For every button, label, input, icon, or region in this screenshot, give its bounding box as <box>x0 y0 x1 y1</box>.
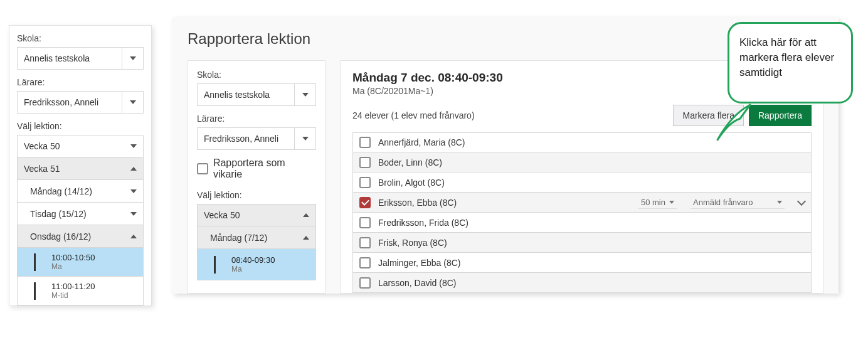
substitute-checkbox[interactable] <box>197 163 208 174</box>
substitute-checkbox-row[interactable]: Rapportera som vikarie <box>197 157 316 180</box>
day-label: Tisdag (15/12) <box>30 209 130 219</box>
student-name: Larsson, David (8C) <box>378 278 805 288</box>
week-item[interactable]: Vecka 50 <box>17 135 144 157</box>
chevron-down-icon <box>669 201 674 204</box>
lesson-subject: M-tid <box>51 291 95 300</box>
student-checkbox[interactable] <box>359 217 371 228</box>
teacher-select[interactable]: Fredriksson, Anneli <box>197 127 316 150</box>
student-checkbox[interactable] <box>359 277 371 289</box>
lesson-item[interactable]: 10:00-10:50 Ma <box>17 248 144 277</box>
week-item[interactable]: Vecka 50 <box>197 204 316 226</box>
expand-icon[interactable] <box>797 196 806 205</box>
student-row[interactable]: Fredriksson, Frida (8C) <box>352 213 812 233</box>
school-select[interactable]: Annelis testskola <box>17 47 144 70</box>
lesson-subject: Ma <box>51 262 95 271</box>
week-label: Vecka 50 <box>24 141 130 151</box>
day-label: Måndag (14/12) <box>30 186 130 196</box>
reason-select[interactable]: Anmäld frånvaro <box>691 196 785 209</box>
chevron-up-icon <box>303 236 309 240</box>
substitute-label: Rapportera som vikarie <box>213 157 316 180</box>
callout-text: Klicka här för att markera flera elever … <box>739 36 834 78</box>
day-item[interactable]: Måndag (7/12) <box>197 226 316 249</box>
duration-value: 50 min <box>641 198 665 207</box>
filter-column: Skola: Annelis testskola Lärare: Fredrik… <box>188 60 326 294</box>
teacher-select-value: Fredriksson, Anneli <box>198 134 294 144</box>
chevron-down-icon <box>122 48 143 69</box>
week-label: Vecka 50 <box>204 210 303 220</box>
chevron-up-icon <box>303 213 309 217</box>
lesson-marker-icon <box>34 253 46 271</box>
week-item[interactable]: Vecka 51 <box>17 157 144 180</box>
teacher-select[interactable]: Fredriksson, Anneli <box>17 91 144 114</box>
lesson-marker-icon <box>214 256 226 274</box>
student-name: Brolin, Algot (8C) <box>378 178 805 188</box>
chevron-up-icon <box>130 167 137 171</box>
teacher-label: Lärare: <box>197 114 316 124</box>
lesson-subject: Ma <box>231 265 275 274</box>
week-label: Vecka 51 <box>24 164 130 174</box>
student-checkbox[interactable] <box>359 157 371 168</box>
student-summary: 24 elever (1 elev med frånvaro) <box>352 110 668 120</box>
student-name: Frisk, Ronya (8C) <box>378 238 805 248</box>
day-item[interactable]: Måndag (14/12) <box>17 180 144 203</box>
student-row[interactable]: Larsson, David (8C) <box>352 273 812 293</box>
day-label: Onsdag (16/12) <box>30 231 130 242</box>
chevron-down-icon <box>294 84 315 105</box>
chevron-down-icon <box>122 92 143 113</box>
chevron-down-icon <box>130 189 137 193</box>
chevron-down-icon <box>130 144 137 148</box>
student-name: Eriksson, Ebba (8C) <box>378 198 631 208</box>
chevron-down-icon <box>130 212 137 216</box>
sidebar-panel: Skola: Annelis testskola Lärare: Fredrik… <box>9 25 152 306</box>
day-item[interactable]: Onsdag (16/12) <box>17 225 144 248</box>
lesson-item[interactable]: 08:40-09:30 Ma <box>197 249 316 280</box>
teacher-label: Lärare: <box>17 77 144 87</box>
lesson-label: Välj lektion: <box>17 121 144 131</box>
chevron-down-icon <box>777 201 782 204</box>
school-select[interactable]: Annelis testskola <box>197 83 316 106</box>
student-row[interactable]: Jalminger, Ebba (8C) <box>352 253 812 273</box>
chevron-up-icon <box>130 235 137 238</box>
help-callout: Klicka här för att markera flera elever … <box>728 22 853 104</box>
student-list: Annerfjärd, Maria (8C) Boder, Linn (8C) … <box>352 132 812 293</box>
duration-select[interactable]: 50 min <box>638 196 677 209</box>
lesson-time: 10:00-10:50 <box>51 253 95 262</box>
student-checkbox[interactable] <box>359 257 371 268</box>
student-checkbox[interactable] <box>359 197 371 208</box>
student-row[interactable]: Brolin, Algot (8C) <box>352 173 812 193</box>
teacher-select-value: Fredriksson, Anneli <box>18 97 122 107</box>
student-row[interactable]: Boder, Linn (8C) <box>352 152 812 173</box>
day-item[interactable]: Tisdag (15/12) <box>17 203 144 225</box>
reason-value: Anmäld frånvaro <box>693 198 773 207</box>
lesson-time: 08:40-09:30 <box>231 255 275 265</box>
student-name: Fredriksson, Frida (8C) <box>378 218 805 228</box>
school-label: Skola: <box>197 70 316 80</box>
school-select-value: Annelis testskola <box>198 90 294 100</box>
school-select-value: Annelis testskola <box>18 53 122 63</box>
student-row[interactable]: Frisk, Ronya (8C) <box>352 233 812 253</box>
student-checkbox[interactable] <box>359 177 371 188</box>
callout-tail-icon <box>715 104 753 147</box>
report-button[interactable]: Rapportera <box>749 105 812 126</box>
student-row[interactable]: Eriksson, Ebba (8C) 50 min Anmäld frånva… <box>352 193 812 213</box>
student-checkbox[interactable] <box>359 237 371 248</box>
chevron-down-icon <box>294 128 315 149</box>
lesson-marker-icon <box>34 282 46 300</box>
lesson-time: 11:00-11:20 <box>51 282 95 291</box>
lesson-label: Välj lektion: <box>197 190 316 200</box>
student-name: Boder, Linn (8C) <box>378 157 805 167</box>
school-label: Skola: <box>17 33 144 43</box>
day-label: Måndag (7/12) <box>210 233 303 243</box>
student-checkbox[interactable] <box>359 137 371 148</box>
student-name: Jalminger, Ebba (8C) <box>378 258 805 268</box>
lesson-item[interactable]: 11:00-11:20 M-tid <box>17 277 144 305</box>
